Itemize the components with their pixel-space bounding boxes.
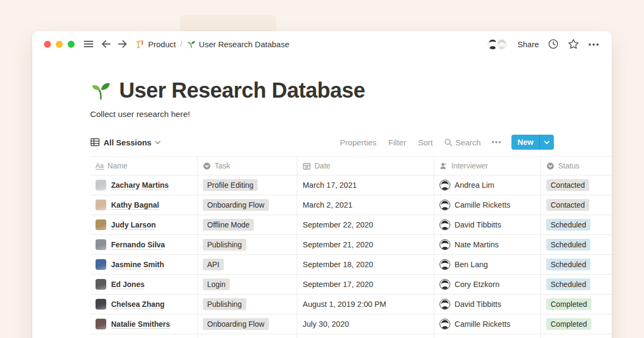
interviewer-cell[interactable]: David Tibbitts: [434, 295, 541, 314]
column-header-name[interactable]: Aa Name: [90, 157, 197, 175]
interviewer-cell[interactable]: David Tibbitts: [434, 215, 541, 234]
column-header-task[interactable]: Task: [197, 157, 297, 175]
page-content: User Research Database Collect user rese…: [32, 57, 612, 338]
breadcrumb-item-product[interactable]: Product: [136, 40, 176, 49]
name-cell[interactable]: Zachary Martins: [90, 175, 197, 195]
clock-icon[interactable]: [548, 39, 559, 49]
name-cell[interactable]: Fernando Silva: [90, 235, 197, 254]
select-icon: [203, 162, 211, 170]
notion-window: Product / User Research Database Share: [32, 31, 612, 338]
status-cell[interactable]: Scheduled: [541, 255, 612, 274]
task-cell[interactable]: API: [197, 255, 297, 274]
view-name: All Sessions: [104, 138, 151, 147]
date-cell[interactable]: August 1, 2019 2:00 PM: [297, 295, 434, 314]
status-tag: Contacted: [546, 179, 589, 191]
column-header-interviewer[interactable]: Interviewer: [434, 157, 541, 175]
new-button-main[interactable]: New: [511, 135, 539, 150]
column-label: Interviewer: [451, 161, 488, 170]
interviewer-cell[interactable]: Ben Lang: [434, 255, 541, 274]
topbar-actions: Share •••: [486, 38, 600, 50]
name-cell[interactable]: Natalie Smithers: [90, 314, 197, 334]
avatar: [96, 259, 106, 270]
task-tag: Onboarding Flow: [203, 318, 269, 330]
task-tag: Login: [203, 278, 230, 290]
sort-button[interactable]: Sort: [415, 136, 436, 149]
column-header-date[interactable]: Date: [297, 157, 434, 175]
status-cell[interactable]: Scheduled: [541, 215, 612, 234]
date-value: July 30, 2020: [303, 320, 349, 328]
column-header-status[interactable]: Status: [541, 157, 612, 175]
interviewer-name: Nate Martins: [455, 240, 499, 249]
status-cell[interactable]: Completed: [541, 314, 612, 334]
task-cell[interactable]: Offline Mode: [197, 215, 297, 234]
name-cell[interactable]: Jasmine Smith: [90, 255, 197, 274]
chevron-down-icon: [155, 141, 160, 144]
date-cell[interactable]: September 22, 2020: [297, 215, 434, 234]
interviewer-cell[interactable]: Andrea Lim: [434, 175, 541, 195]
avatar: [96, 319, 106, 329]
search-button[interactable]: Search: [441, 136, 484, 149]
breadcrumb-item-page[interactable]: User Research Database: [187, 40, 289, 49]
task-cell[interactable]: Publishing: [197, 235, 297, 254]
status-cell[interactable]: Scheduled: [541, 235, 612, 254]
status-cell[interactable]: Completed: [541, 295, 612, 314]
new-button-caret[interactable]: [540, 135, 554, 150]
close-window-button[interactable]: [44, 41, 51, 48]
name-cell[interactable]: Kathy Bagnal: [90, 195, 197, 215]
name-cell[interactable]: Chelsea Zhang: [90, 295, 197, 314]
date-cell[interactable]: July 30, 2020: [297, 314, 434, 334]
interviewer-cell: [434, 334, 541, 338]
more-icon[interactable]: •••: [588, 40, 600, 49]
date-value: March 2, 2021: [303, 201, 353, 209]
filter-button[interactable]: Filter: [385, 136, 409, 149]
status-tag: Scheduled: [546, 239, 590, 251]
person-name: Judy Larson: [111, 221, 156, 229]
status-cell[interactable]: Contacted: [541, 195, 612, 215]
task-cell[interactable]: Login: [197, 275, 297, 294]
calendar-icon: [303, 162, 311, 170]
date-cell[interactable]: September 18, 2020: [297, 255, 434, 274]
interviewer-name: Camille Ricketts: [455, 201, 510, 209]
interviewer-cell[interactable]: Camille Ricketts: [434, 314, 541, 334]
interviewer-cell[interactable]: Camille Ricketts: [434, 195, 541, 215]
table-row-partial: [90, 334, 612, 338]
interviewer-cell[interactable]: Nate Martins: [434, 235, 541, 254]
minimize-window-button[interactable]: [56, 41, 63, 48]
search-icon: [444, 138, 452, 146]
name-cell: [90, 334, 197, 338]
date-value: March 17, 2021: [303, 181, 357, 189]
date-cell[interactable]: March 17, 2021: [297, 175, 434, 195]
more-icon[interactable]: •••: [489, 138, 504, 146]
zoom-window-button[interactable]: [68, 41, 75, 48]
date-cell[interactable]: March 2, 2021: [297, 195, 434, 215]
interviewer-avatar: [440, 200, 450, 210]
breadcrumb: Product / User Research Database: [136, 40, 289, 49]
view-switcher[interactable]: All Sessions: [90, 137, 160, 147]
date-cell[interactable]: September 17, 2020: [297, 275, 434, 294]
name-cell[interactable]: Ed Jones: [90, 275, 197, 294]
star-icon[interactable]: [568, 39, 579, 49]
share-button[interactable]: Share: [517, 40, 539, 49]
forward-arrow-icon[interactable]: [118, 40, 127, 48]
column-label: Date: [314, 161, 331, 170]
task-cell[interactable]: Onboarding Flow: [197, 195, 297, 215]
person-name: Fernando Silva: [111, 240, 165, 249]
table-body: Zachary Martins Profile Editing March 17…: [90, 175, 612, 334]
table-row: Ed Jones Login September 17, 2020 Cory E…: [90, 275, 612, 295]
task-cell[interactable]: Publishing: [197, 295, 297, 314]
date-cell[interactable]: September 21, 2020: [297, 235, 434, 254]
text-icon: Aa: [96, 162, 104, 170]
properties-button[interactable]: Properties: [336, 136, 379, 149]
name-cell[interactable]: Judy Larson: [90, 215, 197, 234]
date-value: September 22, 2020: [303, 221, 373, 229]
interviewer-cell[interactable]: Cory Etzkorn: [434, 275, 541, 294]
date-value: August 1, 2019 2:00 PM: [303, 300, 386, 308]
task-cell[interactable]: Profile Editing: [197, 175, 297, 195]
menu-icon[interactable]: [83, 40, 94, 48]
interviewer-name: David Tibbitts: [455, 300, 501, 308]
status-cell[interactable]: Contacted: [541, 175, 612, 195]
status-cell[interactable]: Scheduled: [541, 275, 612, 294]
task-cell[interactable]: Onboarding Flow: [197, 314, 297, 334]
interviewer-avatar: [440, 180, 450, 190]
back-arrow-icon[interactable]: [101, 40, 111, 48]
